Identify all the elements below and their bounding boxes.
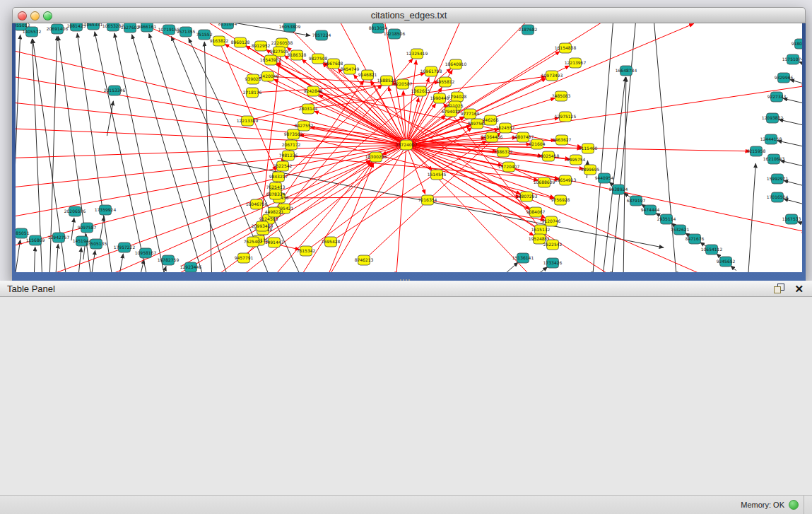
network-node[interactable]: 9440954 [595, 173, 614, 183]
network-node[interactable]: 7615342 [297, 246, 316, 256]
network-node[interactable]: 16648784 [616, 66, 637, 76]
network-node[interactable]: 2935114 [657, 214, 676, 224]
window-titlebar[interactable]: citations_edges.txt [12, 7, 806, 23]
network-node[interactable]: 10654112 [701, 245, 723, 255]
network-node[interactable]: 8912952 [252, 41, 271, 51]
network-node[interactable]: 2522542 [543, 240, 563, 250]
zoom-window-icon[interactable] [43, 11, 52, 21]
network-node[interactable]: 15992971 [767, 174, 789, 184]
network-node[interactable]: 8186328 [288, 50, 307, 60]
network-node[interactable]: 16053809 [279, 23, 301, 32]
network-node[interactable]: 821604 [529, 139, 546, 149]
network-node[interactable]: 7632621 [671, 225, 690, 235]
network-node[interactable]: 12325419 [406, 49, 428, 59]
network-node[interactable]: 585051 [16, 228, 30, 238]
network-node[interactable]: 2187682 [519, 25, 538, 35]
network-node[interactable]: 9873562 [284, 129, 303, 139]
network-node[interactable]: 12942757 [48, 233, 70, 243]
network-node[interactable]: 9227343 [767, 92, 787, 102]
network-node[interactable]: 20691406 [47, 24, 69, 34]
network-node[interactable]: 9146821 [358, 70, 377, 80]
close-panel-icon[interactable]: ✕ [794, 284, 804, 294]
svg-text:12942757: 12942757 [48, 235, 70, 240]
network-node[interactable]: 16046756 [246, 199, 268, 209]
network-edge [779, 119, 802, 126]
network-node[interactable]: 10025458 [538, 151, 560, 161]
network-node[interactable]: 1695428 [322, 237, 341, 247]
network-node[interactable]: 18640910 [445, 59, 467, 69]
network-node[interactable]: 7857224 [312, 30, 331, 40]
network-node[interactable]: 9756928 [551, 195, 570, 205]
network-node[interactable]: 7485083 [552, 91, 571, 101]
network-node[interactable]: 10688609 [534, 177, 555, 187]
network-node[interactable]: 9180224 [792, 39, 802, 49]
network-node[interactable]: 7522542 [273, 161, 293, 171]
minimize-window-icon[interactable] [30, 11, 40, 21]
network-node[interactable]: 16210643 [763, 154, 785, 164]
network-node[interactable]: 9329966 [775, 73, 794, 83]
network-node[interactable]: 17016504 [767, 192, 789, 202]
network-node[interactable]: 8131074 [218, 23, 237, 29]
close-window-icon[interactable] [18, 11, 27, 21]
network-node[interactable]: 8471676 [686, 234, 705, 244]
network-node[interactable]: 16782759 [158, 255, 180, 265]
float-panel-icon[interactable] [774, 284, 784, 294]
network-node[interactable]: 7386372 [494, 147, 513, 157]
network-node[interactable]: 12213389 [237, 116, 259, 126]
network-node[interactable]: 2718176 [243, 88, 262, 98]
network-node[interactable]: 7955812 [436, 77, 455, 87]
network-node[interactable]: 9899695 [581, 165, 600, 175]
network-canvas[interactable]: 2055013140557220691406208142510653311065… [16, 23, 802, 272]
network-node[interactable]: 16961758 [420, 66, 442, 76]
network-node[interactable]: 13505135 [86, 239, 107, 249]
network-node[interactable]: 1733426 [543, 258, 563, 268]
network-node[interactable]: 9115460 [579, 144, 598, 153]
network-node[interactable]: 8746213 [355, 255, 374, 265]
network-node[interactable]: 9457791 [235, 253, 254, 263]
network-node[interactable]: 12093832 [762, 113, 784, 123]
network-node[interactable]: 18300295 [365, 152, 387, 162]
network-node[interactable]: 9097587 [78, 223, 97, 233]
network-node[interactable]: 17359924 [95, 205, 117, 215]
network-node[interactable]: 15751074 [782, 54, 802, 64]
network-node[interactable]: 1615132 [531, 225, 551, 235]
network-node[interactable]: 10807487 [512, 132, 534, 142]
network-node[interactable]: 1405572 [23, 27, 42, 37]
network-node[interactable]: 16154838 [555, 43, 577, 53]
network-node[interactable]: 10958167 [135, 248, 157, 258]
network-node[interactable]: 1491443 [265, 238, 284, 247]
network-node[interactable]: 19654923 [555, 175, 577, 185]
network-node[interactable]: 1065331 [84, 23, 103, 30]
network-node[interactable]: 1156869 [26, 235, 45, 245]
network-node[interactable]: 19218506 [384, 29, 406, 39]
network-node[interactable]: 17957222 [114, 243, 136, 252]
network-node[interactable]: 1794028 [448, 92, 467, 102]
network-node[interactable]: 9671355 [177, 27, 196, 37]
network-node[interactable]: 9084067 [526, 207, 546, 217]
network-node[interactable]: 1514545 [428, 170, 447, 180]
network-node[interactable]: 2803144 [299, 104, 318, 114]
network-node[interactable]: 9843217 [269, 172, 288, 182]
network-node[interactable]: 8215958 [747, 146, 766, 156]
network-node[interactable]: 20364436 [481, 132, 503, 142]
network-node[interactable]: 9466161 [138, 23, 157, 32]
network-node[interactable]: 6794012 [442, 107, 461, 117]
network-node[interactable]: 9463627 [553, 135, 572, 145]
network-node[interactable]: 6879197 [627, 196, 646, 206]
network-node[interactable]: 2081425 [67, 23, 86, 31]
network-node[interactable]: 15136141 [512, 253, 534, 263]
network-node[interactable]: 7216354 [418, 195, 437, 205]
network-node[interactable]: 9495754 [567, 155, 586, 165]
network-node[interactable]: 746266 [483, 115, 499, 125]
network-node[interactable]: 9245652 [717, 257, 736, 267]
network-node[interactable]: 8454749 [341, 64, 360, 74]
svg-text:10025458: 10025458 [538, 153, 560, 158]
network-edge [34, 147, 401, 272]
network-node[interactable]: 1527602 [121, 23, 140, 33]
network-node[interactable]: 7481236 [279, 151, 298, 160]
network-node[interactable]: 20153346 [104, 86, 126, 95]
network-node[interactable]: 8938924 [609, 185, 628, 194]
network-node[interactable]: 939026 [245, 74, 261, 84]
network-node[interactable]: 12444158 [760, 134, 782, 144]
network-node[interactable]: 1167533 [782, 214, 801, 224]
